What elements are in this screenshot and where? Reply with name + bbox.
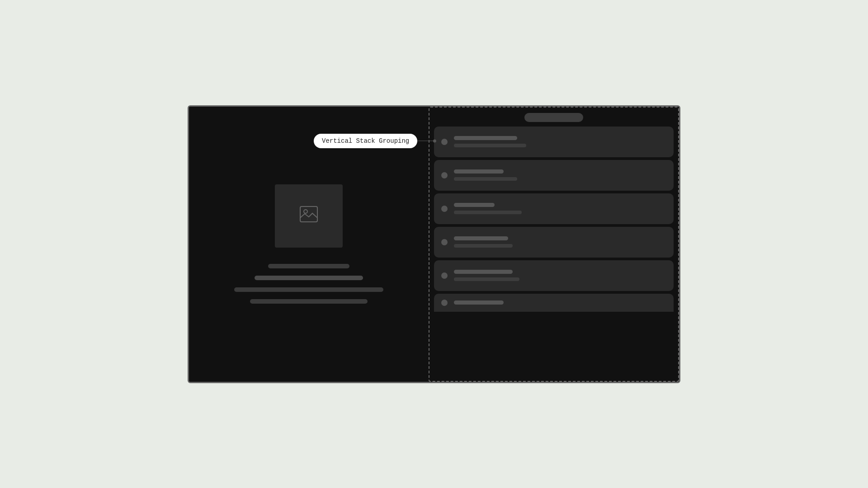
- list-item[interactable]: [434, 193, 674, 224]
- list-item[interactable]: [434, 160, 674, 191]
- item-bar-bottom: [454, 211, 522, 214]
- item-content: [454, 300, 666, 305]
- list-item[interactable]: [434, 227, 674, 258]
- left-panel: Vertical Stack Grouping: [189, 107, 429, 382]
- item-content: [454, 236, 666, 248]
- item-dot: [441, 206, 448, 212]
- svg-rect-0: [300, 206, 317, 222]
- item-bar-top: [454, 169, 504, 174]
- item-dot: [441, 139, 448, 145]
- item-dot: [441, 239, 448, 245]
- tooltip: Vertical Stack Grouping: [314, 134, 417, 148]
- item-dot: [441, 172, 448, 178]
- item-bar-bottom: [454, 244, 513, 248]
- list-item[interactable]: [434, 127, 674, 157]
- tooltip-connector-dot: [433, 139, 436, 142]
- item-content: [454, 203, 666, 214]
- left-bar-long: [234, 287, 383, 292]
- item-dot: [441, 300, 448, 306]
- top-pill: [524, 113, 583, 122]
- item-bar-bottom: [454, 144, 526, 147]
- item-bar-bottom: [454, 177, 517, 181]
- list-item[interactable]: [434, 260, 674, 291]
- tooltip-label: Vertical Stack Grouping: [322, 137, 409, 145]
- right-panel: [429, 107, 679, 382]
- item-bar-top: [454, 236, 508, 240]
- item-content: [454, 136, 666, 147]
- svg-point-1: [304, 210, 307, 213]
- right-wrapper: [429, 107, 679, 382]
- item-content: [454, 169, 666, 181]
- list-item-partial: [434, 294, 674, 312]
- item-dot: [441, 272, 448, 279]
- image-icon: [300, 206, 318, 226]
- item-bar-bottom: [454, 277, 519, 281]
- item-bar-top: [454, 203, 495, 207]
- item-bar-top: [454, 300, 504, 305]
- left-bar-short: [268, 264, 349, 268]
- left-bar-medium-2: [250, 299, 368, 304]
- image-placeholder: [275, 184, 343, 248]
- main-frame: Vertical Stack Grouping: [188, 105, 680, 383]
- left-bar-medium: [255, 276, 363, 280]
- item-content: [454, 270, 666, 281]
- item-bar-top: [454, 270, 513, 274]
- item-bar-top: [454, 136, 517, 140]
